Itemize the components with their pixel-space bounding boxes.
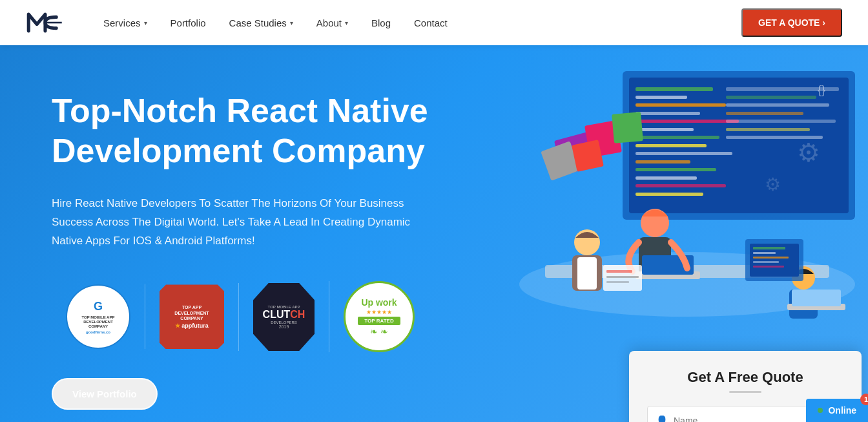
svg-text:⚙: ⚙	[797, 138, 820, 167]
case-studies-dropdown-arrow: ▾	[290, 19, 293, 26]
svg-rect-31	[572, 140, 604, 172]
svg-rect-4	[636, 96, 687, 99]
hero-section: Top-Notch React Native Development Compa…	[0, 45, 868, 422]
svg-text:⚙: ⚙	[765, 174, 781, 195]
quote-name-icon: 👤	[656, 415, 668, 422]
view-portfolio-button[interactable]: View Portfolio	[52, 378, 158, 410]
svg-rect-21	[726, 120, 836, 123]
svg-rect-14	[636, 176, 697, 180]
svg-rect-52	[753, 252, 776, 254]
services-dropdown-arrow: ▾	[144, 19, 147, 26]
svg-rect-19	[726, 103, 829, 107]
upwork-brand: Up work	[361, 297, 397, 308]
svg-rect-7	[636, 120, 739, 123]
badge-upwork: Up work ★★★★★ TOP RATED ❧❧	[329, 281, 429, 352]
svg-rect-10	[636, 144, 707, 147]
svg-rect-51	[753, 247, 785, 249]
svg-rect-48	[606, 281, 629, 283]
svg-rect-47	[606, 276, 639, 278]
svg-rect-20	[726, 112, 803, 115]
svg-rect-18	[726, 96, 816, 99]
goodfirms-icon: G	[94, 300, 103, 313]
hero-illustration: ⚙ ⚙ {}	[493, 52, 868, 323]
online-status-dot	[818, 408, 823, 413]
svg-rect-13	[636, 168, 716, 171]
svg-rect-55	[753, 266, 784, 268]
nav-item-portfolio[interactable]: Portfolio	[170, 17, 206, 28]
svg-rect-9	[636, 136, 719, 139]
svg-rect-53	[753, 257, 789, 258]
svg-rect-5	[636, 103, 726, 107]
nav-links: Services ▾ Portfolio Case Studies ▾ Abou…	[103, 17, 741, 28]
svg-rect-46	[606, 270, 632, 273]
svg-rect-8	[636, 128, 694, 131]
online-chat-badge[interactable]: Online 1	[806, 399, 868, 422]
hero-right: ⚙ ⚙ {}	[480, 45, 868, 422]
badges-row: G TOP MOBILE APPDEVELOPMENTCOMPANY goodf…	[52, 281, 442, 352]
svg-rect-16	[636, 193, 703, 196]
svg-rect-3	[636, 87, 713, 91]
svg-rect-12	[636, 160, 690, 164]
svg-rect-6	[636, 112, 700, 115]
goodfirms-brand: goodfirms.co	[86, 330, 110, 334]
svg-rect-54	[753, 261, 779, 263]
badge-goodfirms: G TOP MOBILE APPDEVELOPMENTCOMPANY goodf…	[52, 284, 145, 349]
nav-item-services[interactable]: Services ▾	[103, 17, 147, 28]
logo[interactable]	[26, 8, 65, 37]
clutch-mid: Clutch	[263, 309, 305, 321]
upwork-stars: ★★★★★	[366, 309, 392, 315]
svg-rect-29	[612, 112, 643, 143]
clutch-year: 2019	[279, 324, 289, 329]
svg-rect-11	[636, 152, 732, 155]
svg-rect-40	[577, 257, 597, 290]
nav-item-blog[interactable]: Blog	[371, 17, 391, 28]
hero-title: Top-Notch React Native Development Compa…	[52, 90, 442, 171]
quote-card-title: Get A Free Quote	[647, 369, 843, 386]
nav-item-case-studies[interactable]: Case Studies ▾	[229, 17, 293, 28]
quote-card-divider	[729, 391, 761, 393]
upwork-label: TOP RATED	[358, 317, 400, 325]
goodfirms-label: TOP MOBILE APPDEVELOPMENTCOMPANY	[79, 315, 118, 330]
svg-text:{}: {}	[818, 83, 825, 96]
appfutura-mid: DEVELOPMENTCOMPANY	[174, 311, 209, 321]
badge-clutch: TOP MOBILE APP Clutch DEVELOPERS 2019	[238, 283, 329, 351]
nav-item-about[interactable]: About ▾	[316, 17, 348, 28]
hero-description: Hire React Native Developers To Scatter …	[52, 195, 442, 251]
svg-rect-22	[726, 128, 810, 131]
upwork-laurel: ❧❧	[370, 326, 388, 337]
online-label: Online	[828, 405, 856, 416]
svg-rect-44	[792, 290, 841, 306]
badge-appfutura: TOP APP DEVELOPMENTCOMPANY ★appfutura	[145, 284, 238, 349]
navbar: Services ▾ Portfolio Case Studies ▾ Abou…	[0, 0, 868, 45]
svg-rect-15	[636, 184, 726, 187]
about-dropdown-arrow: ▾	[345, 19, 348, 26]
hero-left: Top-Notch React Native Development Compa…	[0, 45, 480, 422]
online-badge-count: 1	[860, 394, 868, 405]
nav-item-contact[interactable]: Contact	[414, 17, 448, 28]
appfutura-brand: ★appfutura	[175, 322, 209, 329]
appfutura-top: TOP APP	[182, 305, 202, 310]
get-quote-button[interactable]: GET A QUOTE ›	[741, 8, 842, 37]
